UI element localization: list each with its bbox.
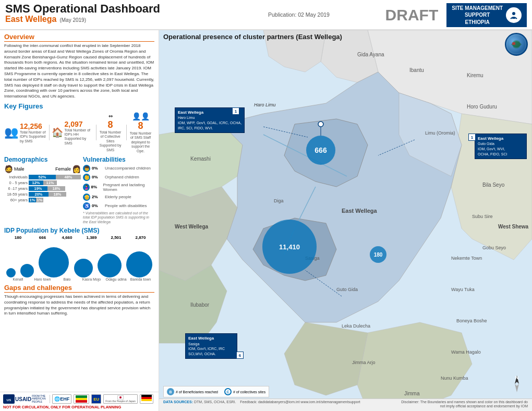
svg-marker-48: [515, 384, 519, 392]
svg-text:666: 666: [315, 146, 327, 154]
svg-text:11,410: 11,410: [279, 243, 300, 251]
bubble-balo: [39, 241, 69, 277]
svg-rect-8: [141, 399, 152, 401]
svg-rect-5: [76, 400, 87, 403]
svg-text:Horo Guduru: Horo Guduru: [467, 104, 497, 110]
legend-collectives: C # of collectives sites: [224, 388, 265, 395]
key-figures-section: Key Figures 👥 12,256 Total Number of IDP…: [4, 102, 154, 153]
map-title: Operational presence of cluster partners…: [163, 33, 342, 41]
location-subtitle: East Wellega: [5, 15, 56, 24]
key-fig-3-label: Total Number of Collective Sites Support…: [99, 130, 122, 152]
svg-text:East Wellega: East Wellega: [342, 208, 378, 214]
left-panel: Overview Following the inter-communal co…: [0, 30, 159, 411]
svg-text:Nekemte Town: Nekemte Town: [451, 256, 482, 261]
demographics-section: Demographics 🧔 Male Female 👩 Individuals…: [4, 156, 81, 224]
svg-point-42: [318, 122, 323, 127]
vulnerabilities-section: Vulnerabilities 👦 0% Unaccompanied child…: [83, 156, 154, 224]
draft-label: DRAFT: [385, 3, 447, 27]
vuln-row-1: 👦 0% Unaccompanied children: [83, 165, 154, 172]
vuln-row-5: ♿ 0% People with disabilities: [83, 202, 154, 210]
svg-text:Leka Dulecha: Leka Dulecha: [342, 323, 370, 329]
svg-text:Jimma: Jimma: [404, 391, 420, 396]
svg-text:Guto Gida: Guto Gida: [336, 287, 358, 292]
vuln-row-3: 🤰 8% Pregnant and lactating Women: [83, 183, 154, 192]
svg-text:Subu Sire: Subu Sire: [472, 214, 493, 219]
not-for-circulation: NOT FOR CIRCULATION, ONLY FOR OPERATIONA…: [3, 405, 156, 409]
logo-block: SITE MANAGEMENT SUPPORT ETHIOPIA: [446, 3, 527, 27]
right-panel: Operational presence of cluster partners…: [159, 30, 532, 411]
svg-text:Wayu Tuka: Wayu Tuka: [451, 287, 475, 292]
japan-logo: From the People of Japan: [103, 394, 138, 404]
date-paren: (May 2019): [59, 17, 86, 23]
svg-text:N: N: [515, 375, 519, 380]
svg-text:West Wellega: West Wellega: [175, 224, 209, 229]
header-left: SMS Operational Dashboard East Wellega (…: [5, 3, 212, 27]
people-icon: 👥: [4, 126, 18, 139]
logo-line2: SUPPORT: [452, 11, 503, 19]
ehf-logo: 🌐EHF: [52, 394, 71, 404]
svg-text:180: 180: [374, 252, 383, 258]
svg-text:Diga: Diga: [274, 198, 284, 203]
svg-rect-6: [141, 395, 152, 397]
svg-text:Limu (Oromia): Limu (Oromia): [425, 130, 455, 136]
data-sources-text: DTM, SMS, OCHA, ESRI.: [194, 400, 236, 404]
svg-text:Bila Seyo: Bila Seyo: [482, 182, 505, 188]
sasiga-badge: 6: [236, 352, 244, 359]
bubble-kenafi: [6, 241, 16, 277]
svg-text:Gobu Seyo: Gobu Seyo: [482, 245, 506, 250]
gaps-text: Though encouraging progresses has been a…: [4, 294, 154, 317]
footer-logos: US USAID FROM THE AMERICAN PEOPLE 🌐EHF E…: [0, 392, 159, 411]
svg-text:Kiremu: Kiremu: [467, 72, 483, 78]
cluster-sasiga: East Wellega Sasiga IOM, Gov't, ICRC, IR…: [185, 333, 237, 359]
female-label: Female: [55, 166, 71, 172]
idp-title: IDP Population by Kebele (SMS): [4, 227, 154, 234]
bubble-haro: [20, 241, 34, 277]
bubble-bareda: [126, 241, 152, 277]
key-fig-2-label: Total Number of IDPs HH Supported by SMS: [65, 128, 93, 146]
legend: B # of Beneficiaries reached C # of coll…: [163, 386, 269, 397]
ethiopia-logo: [74, 394, 89, 404]
overview-section: Overview Following the inter-communal co…: [4, 33, 154, 100]
key-fig-2: 🏠 2,097 Total Number of IDPs HH Supporte…: [52, 120, 94, 146]
svg-text:Boneya Boshe: Boneya Boshe: [456, 318, 487, 323]
svg-rect-7: [141, 397, 152, 399]
guto-gida-badge: 1: [468, 134, 476, 141]
svg-text:Ibantu: Ibantu: [409, 67, 424, 73]
demographics-title: Demographics: [4, 156, 81, 163]
vuln-row-4: 👴 2% Elderly people: [83, 194, 154, 201]
svg-rect-4: [76, 398, 87, 400]
svg-text:Kemashi: Kemashi: [190, 156, 211, 162]
key-fig-1-num: 12,256: [20, 122, 47, 130]
svg-text:Jimma Arjo: Jimma Arjo: [352, 360, 376, 365]
logo-line1: SITE MANAGEMENT: [452, 5, 503, 12]
eu-logo: EU: [91, 394, 101, 404]
globe-icon: [505, 33, 528, 56]
key-fig-4-label: Total Number of SMS Staff deployed to su…: [129, 131, 152, 153]
male-label: Male: [14, 166, 25, 172]
idp-section: IDP Population by Kebele (SMS) 180 666 4…: [4, 227, 154, 281]
haro-limu-label: Haro Limu: [254, 102, 276, 107]
dashboard-title: SMS Operational Dashboard: [5, 3, 212, 15]
gaps-section: Gaps and challenges Though encouraging p…: [4, 284, 154, 317]
svg-text:West Shewa: West Shewa: [498, 224, 529, 229]
svg-text:Gida Ayana: Gida Ayana: [357, 52, 384, 57]
key-fig-4: 👤👤 8 Total Number of SMS Staff deployed …: [129, 112, 154, 153]
vuln-row-2: 👶 0% Orphaned children: [83, 174, 154, 181]
key-fig-1: 👥 12,256 Total Number of IDPs Supported …: [4, 122, 47, 143]
svg-rect-3: [76, 395, 87, 398]
key-fig-3: ⇔ 8 Total Number of Collective Sites Sup…: [99, 113, 124, 152]
staff-icon: 👤👤: [132, 112, 150, 120]
gaps-title: Gaps and challenges: [4, 284, 154, 293]
germany-logo: [140, 394, 153, 404]
logo-icon: [506, 7, 522, 23]
haro-limu-badge: 1: [232, 107, 239, 115]
key-figures-title: Key Figures: [4, 102, 154, 110]
svg-text:Wama Hagalo: Wama Hagalo: [451, 349, 481, 355]
overview-title: Overview: [4, 33, 154, 42]
legend-beneficiaries: B # of Beneficiaries reached: [167, 388, 218, 395]
vuln-note: * Vulnerabilities are calculated out of …: [83, 211, 154, 224]
logo-line3: ETHIOPIA: [452, 19, 503, 26]
data-sources-label: DATA SOURCES:: [163, 400, 193, 404]
svg-text:Ilubabor: Ilubabor: [190, 302, 210, 308]
usaid-logo: US USAID FROM THE AMERICAN PEOPLE: [3, 394, 47, 404]
